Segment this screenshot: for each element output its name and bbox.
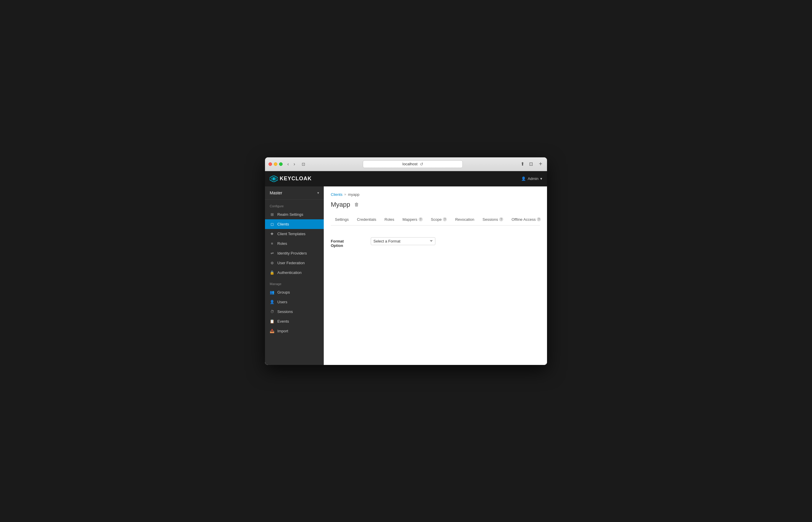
keycloak-logo-text: KEYCLOAK [280, 176, 312, 182]
format-select[interactable]: Select a Format Keycloak OIDC JSON Keycl… [371, 237, 436, 245]
groups-icon: 👥 [270, 290, 274, 295]
mappers-help-icon: ? [419, 217, 423, 221]
tab-credentials[interactable]: Credentials [353, 214, 381, 225]
tab-offline-access[interactable]: Offline Access ? [507, 214, 545, 225]
reload-button[interactable]: ↺ [420, 162, 423, 166]
trash-icon: 🗑 [354, 202, 359, 207]
maximize-button[interactable] [279, 162, 283, 166]
browser-window: ‹ › ⊡ localhost ↺ ⬆ ⊡ + KEYCLOAK [265, 157, 547, 365]
add-bookmark-button[interactable]: ⊡ [527, 161, 535, 167]
sidebar-item-label: User Federation [277, 261, 305, 265]
minimize-button[interactable] [274, 162, 277, 166]
sessions-icon: ⏱ [270, 309, 274, 314]
sidebar-item-authentication[interactable]: 🔒 Authentication [265, 268, 324, 278]
sidebar-item-sessions[interactable]: ⏱ Sessions [265, 307, 324, 317]
sidebar-item-events[interactable]: 📋 Events [265, 317, 324, 326]
address-bar-container: localhost ↺ [310, 160, 516, 168]
tab-mappers[interactable]: Mappers ? [398, 214, 427, 225]
admin-menu[interactable]: 👤 Admin ▾ [521, 177, 542, 181]
import-icon: 📥 [270, 329, 274, 333]
nav-buttons: ‹ › [286, 161, 297, 167]
sidebar-item-client-templates[interactable]: ❖ Client Templates [265, 229, 324, 239]
svg-rect-2 [273, 178, 275, 180]
scope-help-icon: ? [443, 217, 447, 221]
app-body: Master ▾ Configure ⊞ Realm Settings ◻ Cl… [265, 186, 547, 365]
sidebar-item-clients[interactable]: ◻ Clients [265, 219, 324, 229]
users-icon: 👤 [270, 300, 274, 304]
authentication-icon: 🔒 [270, 270, 274, 275]
tab-settings[interactable]: Settings [331, 214, 353, 225]
sidebar-item-label: Identity Providers [277, 251, 307, 256]
sidebar-item-label: Events [277, 319, 289, 323]
sidebar-item-label: Realm Settings [277, 212, 303, 217]
sidebar: Master ▾ Configure ⊞ Realm Settings ◻ Cl… [265, 186, 324, 365]
close-button[interactable] [269, 162, 272, 166]
realm-chevron-icon: ▾ [317, 191, 319, 195]
tabs: Settings Credentials Roles Mappers ? Sco… [331, 214, 540, 225]
sidebar-item-label: Authentication [277, 270, 302, 275]
address-bar: localhost ↺ [363, 160, 463, 168]
tab-sessions[interactable]: Sessions ? [479, 214, 508, 225]
back-button[interactable]: ‹ [286, 161, 291, 167]
tab-revocation[interactable]: Revocation [451, 214, 478, 225]
breadcrumb: Clients » myapp [331, 192, 540, 197]
forward-button[interactable]: › [292, 161, 297, 167]
user-federation-icon: ⊚ [270, 261, 274, 265]
traffic-lights [269, 162, 283, 166]
sidebar-item-label: Clients [277, 222, 289, 226]
format-option-group: Format Option Select a Format Keycloak O… [331, 233, 540, 253]
window-resize-button[interactable]: ⊡ [300, 161, 307, 167]
sidebar-item-user-federation[interactable]: ⊚ User Federation [265, 258, 324, 268]
browser-actions: ⬆ ⊡ [519, 161, 535, 167]
configure-section-label: Configure [265, 200, 324, 209]
keycloak-logo: KEYCLOAK [270, 176, 312, 182]
user-icon: 👤 [521, 177, 526, 181]
new-tab-button[interactable]: + [538, 161, 543, 167]
tab-clustering[interactable]: Clustering [545, 214, 547, 225]
share-button[interactable]: ⬆ [519, 161, 526, 167]
sidebar-item-label: Sessions [277, 309, 293, 314]
sidebar-item-realm-settings[interactable]: ⊞ Realm Settings [265, 209, 324, 219]
sidebar-item-label: Import [277, 329, 288, 333]
sidebar-item-label: Groups [277, 290, 290, 295]
sidebar-item-import[interactable]: 📥 Import [265, 326, 324, 336]
delete-button[interactable]: 🗑 [353, 201, 360, 208]
tab-scope[interactable]: Scope ? [427, 214, 451, 225]
admin-label: Admin [528, 177, 539, 181]
app-wrapper: KEYCLOAK 👤 Admin ▾ Master ▾ Configure ⊞ [265, 171, 547, 365]
page-title: Myapp [331, 201, 350, 208]
client-templates-icon: ❖ [270, 232, 274, 236]
app-navbar: KEYCLOAK 👤 Admin ▾ [265, 171, 547, 186]
sidebar-item-roles[interactable]: ≡ Roles [265, 239, 324, 248]
breadcrumb-clients-link[interactable]: Clients [331, 192, 343, 197]
keycloak-logo-icon [270, 176, 278, 182]
tab-roles[interactable]: Roles [381, 214, 398, 225]
sessions-help-icon: ? [499, 217, 503, 221]
offline-access-help-icon: ? [537, 217, 541, 221]
sidebar-item-label: Client Templates [277, 232, 306, 236]
format-option-label: Format Option [331, 237, 366, 248]
main-content: Clients » myapp Myapp 🗑 Settings [324, 186, 547, 365]
breadcrumb-separator: » [344, 192, 346, 196]
breadcrumb-current: myapp [348, 192, 359, 197]
roles-icon: ≡ [270, 241, 274, 246]
admin-chevron-icon: ▾ [540, 177, 542, 181]
clients-icon: ◻ [270, 222, 274, 226]
events-icon: 📋 [270, 319, 274, 323]
realm-settings-icon: ⊞ [270, 212, 274, 217]
url-text: localhost [403, 162, 418, 166]
identity-providers-icon: ⇌ [270, 251, 274, 256]
sidebar-item-label: Roles [277, 241, 287, 246]
browser-titlebar: ‹ › ⊡ localhost ↺ ⬆ ⊡ + [265, 157, 547, 171]
realm-selector[interactable]: Master ▾ [265, 186, 324, 200]
page-header: Myapp 🗑 [331, 201, 540, 208]
sidebar-item-users[interactable]: 👤 Users [265, 297, 324, 307]
sidebar-item-label: Users [277, 300, 287, 304]
manage-section-label: Manage [265, 278, 324, 287]
sidebar-item-identity-providers[interactable]: ⇌ Identity Providers [265, 248, 324, 258]
realm-name: Master [270, 190, 282, 195]
sidebar-item-groups[interactable]: 👥 Groups [265, 287, 324, 297]
